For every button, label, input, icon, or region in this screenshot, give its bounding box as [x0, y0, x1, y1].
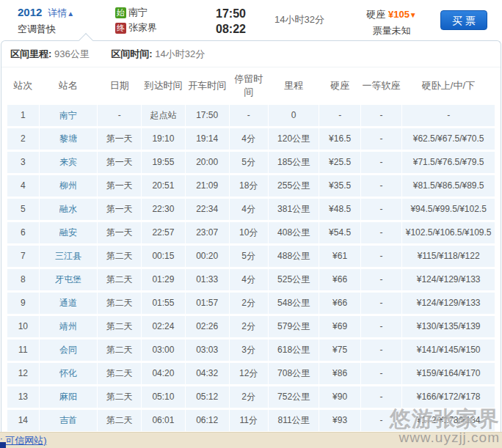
cell-soft-seat: -: [360, 409, 401, 433]
cell-distance: 255公里: [268, 175, 319, 198]
depart-time: 17:50: [205, 6, 256, 21]
cell-name[interactable]: 靖州: [39, 315, 98, 339]
section-distance-value: 936公里: [54, 48, 90, 59]
train-detail-panel: 区间里程: 936公里 区间时间: 14小时32分 站次站名日期到达时间开车时间…: [1, 40, 501, 448]
cell-sleeper: ¥124/¥129/¥133: [402, 268, 495, 292]
cell-soft-seat: -: [360, 245, 401, 268]
cell-stop: 4分: [229, 128, 268, 151]
cell-date: 第二天: [98, 268, 142, 292]
cell-depart: 20:00: [185, 151, 229, 175]
cell-soft-seat: -: [360, 386, 401, 409]
column-header-sleeper: 硬卧上/中/下: [402, 67, 495, 104]
cell-date: 第二天: [98, 315, 142, 339]
cell-no: 11: [7, 339, 39, 362]
cell-no: 6: [7, 221, 39, 245]
corner-square-icon: [0, 442, 6, 448]
cell-distance: 579公里: [268, 315, 319, 339]
cell-depart: 17:50: [185, 104, 229, 128]
table-row: 7三江县第二天00:1500:205分488公里¥61-¥115/¥118/¥1…: [7, 245, 495, 268]
cell-date: 第二天: [98, 362, 142, 386]
cell-sleeper: ¥94.5/¥99.5/¥102.5: [402, 198, 495, 221]
train-type: 空调普快: [18, 23, 115, 36]
table-row: 12怀化第二天04:2004:3212分708公里¥86-¥159/¥164/¥…: [7, 362, 495, 386]
cell-date: 第二天: [98, 292, 142, 315]
cell-arrive: 03:00: [142, 339, 186, 362]
cell-name[interactable]: 麻阳: [39, 386, 98, 409]
cell-no: 4: [7, 175, 39, 198]
cell-name[interactable]: 怀化: [39, 362, 98, 386]
origin-station: 南宁: [128, 6, 148, 19]
cell-no: 7: [7, 245, 39, 268]
stop-schedule-table: 站次站名日期到达时间开车时间停留时间里程硬座一等软座硬卧上/中/下 1南宁-起点…: [7, 67, 495, 448]
cell-arrive: 19:55: [142, 151, 186, 175]
cell-name[interactable]: 三江县: [39, 245, 98, 268]
cell-date: 第二天: [98, 339, 142, 362]
table-row: 5融水第一天22:3022:344分381公里¥48.5-¥94.5/¥99.5…: [7, 198, 495, 221]
chevron-up-icon: ▲: [67, 10, 74, 18]
cell-date: 第一天: [98, 175, 142, 198]
cell-distance: 408公里: [268, 221, 319, 245]
train-id-block: 2012 详情▲ 空调普快: [18, 6, 115, 36]
cell-stop: 12分: [229, 362, 268, 386]
cell-name[interactable]: 牙屯堡: [39, 268, 98, 292]
cell-distance: 381公里: [268, 198, 319, 221]
cell-date: 第一天: [98, 198, 142, 221]
cell-date: 第二天: [98, 245, 142, 268]
cell-depart: 02:26: [185, 315, 229, 339]
cell-sleeper: ¥124/¥129/¥133: [402, 292, 495, 315]
cell-arrive: 02:24: [142, 315, 186, 339]
cell-stop: 11分: [229, 409, 268, 433]
cell-depart: 21:09: [185, 175, 229, 198]
cell-soft-seat: -: [360, 221, 401, 245]
train-number: 2012: [18, 6, 42, 18]
cell-name[interactable]: 吉首: [39, 409, 98, 433]
column-header-no: 站次: [7, 67, 39, 104]
cell-hard-seat: ¥25.5: [319, 151, 360, 175]
table-header-row: 站次站名日期到达时间开车时间停留时间里程硬座一等软座硬卧上/中/下: [7, 67, 495, 104]
cell-distance: 0: [268, 104, 319, 128]
cell-hard-seat: ¥69: [319, 315, 360, 339]
cell-arrive: 19:10: [142, 128, 186, 151]
column-header-distance: 里程: [268, 67, 319, 104]
detail-toggle-link[interactable]: 详情▲: [48, 7, 74, 18]
cell-name[interactable]: 融安: [39, 221, 98, 245]
footer-bar: : 可信网站): [0, 432, 502, 448]
cell-depart: 01:33: [185, 268, 229, 292]
cell-hard-seat: ¥66: [319, 268, 360, 292]
cell-name[interactable]: 南宁: [39, 104, 98, 128]
cell-arrive: 起点站: [142, 104, 186, 128]
cell-name[interactable]: 通道: [39, 292, 98, 315]
cell-soft-seat: -: [360, 198, 401, 221]
cell-name[interactable]: 黎塘: [39, 128, 98, 151]
cell-distance: 185公里: [268, 151, 319, 175]
cell-hard-seat: ¥61: [319, 245, 360, 268]
trusted-site-link[interactable]: : 可信网站): [0, 434, 47, 447]
origin-badge-icon: 始: [115, 7, 126, 18]
column-header-depart: 开车时间: [185, 67, 229, 104]
table-row: 3来宾第一天19:5520:005分185公里¥25.5-¥71.5/¥76.5…: [7, 151, 495, 175]
section-time-label: 区间时间:: [111, 48, 152, 59]
cell-name[interactable]: 融水: [39, 198, 98, 221]
cell-no: 1: [7, 104, 39, 128]
cell-distance: 618公里: [268, 339, 319, 362]
cell-distance: 525公里: [268, 268, 319, 292]
cell-soft-seat: -: [360, 268, 401, 292]
buy-ticket-button[interactable]: 买 票: [440, 10, 487, 30]
cell-depart: 22:34: [185, 198, 229, 221]
cell-name[interactable]: 会同: [39, 339, 98, 362]
cell-name[interactable]: 柳州: [39, 175, 98, 198]
detail-label: 详情: [48, 7, 67, 18]
table-row: 11会同第二天03:0003:033分618公里¥75-¥141/¥145/¥1…: [7, 339, 495, 362]
column-header-name: 站名: [39, 67, 98, 104]
cell-stop: -: [229, 104, 268, 128]
cell-arrive: 04:20: [142, 362, 186, 386]
table-row: 9通道第二天01:5501:572分548公里¥66-¥124/¥129/¥13…: [7, 292, 495, 315]
cell-stop: 5分: [229, 245, 268, 268]
cell-sleeper: ¥102.5/¥106.5/¥109.5: [402, 221, 495, 245]
seat-price: ¥105: [388, 9, 410, 20]
table-row: 10靖州第二天02:2402:262分579公里¥69-¥130/¥135/¥1…: [7, 315, 495, 339]
cell-no: 9: [7, 292, 39, 315]
cell-name[interactable]: 来宾: [39, 151, 98, 175]
chevron-down-icon: ▼: [410, 11, 417, 19]
cell-date: 第一天: [98, 151, 142, 175]
